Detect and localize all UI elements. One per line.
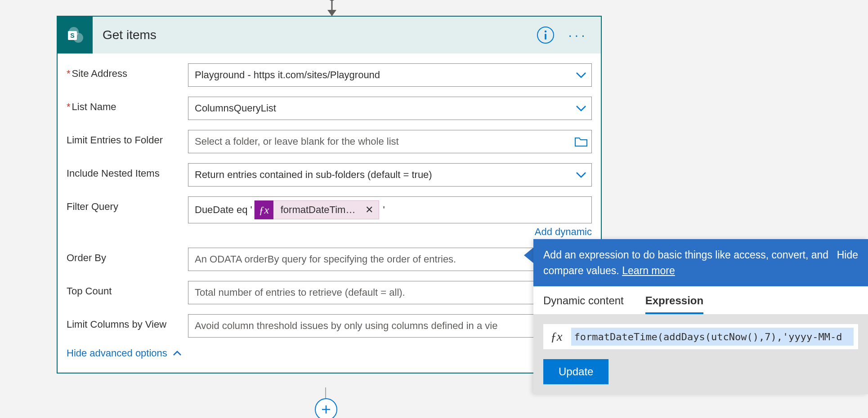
chevron-up-icon [173, 351, 182, 356]
svg-point-0 [329, 0, 335, 0]
limit-columns-label: Limit Columns by View [67, 314, 188, 330]
folder-icon[interactable] [574, 136, 588, 147]
svg-point-7 [545, 31, 546, 32]
list-name-label: *List Name [67, 97, 188, 113]
remove-token-button[interactable]: ✕ [360, 204, 379, 216]
filter-query-input[interactable]: DueDate eq ' ƒx formatDateTim… ✕ ' [188, 196, 592, 223]
limit-columns-input[interactable]: Avoid column threshold issues by only us… [188, 314, 592, 338]
update-button[interactable]: Update [543, 359, 608, 384]
info-button[interactable] [537, 27, 554, 44]
top-count-placeholder: Total number of entries to retrieve (def… [195, 287, 405, 298]
fx-icon: ƒx [548, 329, 565, 344]
expression-token-label: formatDateTim… [273, 204, 360, 216]
limit-folder-label: Limit Entries to Folder [67, 130, 188, 146]
limit-folder-input[interactable]: Select a folder, or leave blank for the … [188, 130, 592, 153]
site-address-value: Playground - https it.com/sites/Playgrou… [195, 69, 380, 81]
order-by-placeholder: An ODATA orderBy query for specifying th… [195, 253, 456, 265]
site-address-label: *Site Address [67, 63, 188, 80]
nested-items-dropdown[interactable]: Return entries contained in sub-folders … [188, 163, 592, 187]
add-step-button[interactable] [315, 398, 337, 418]
flyout-tabs: Dynamic content Expression [533, 286, 868, 314]
add-dynamic-content-link[interactable]: Add dynamic [535, 226, 592, 238]
nested-items-label: Include Nested Items [67, 163, 188, 179]
list-name-dropdown[interactable]: ColumnsQueryList [188, 97, 592, 120]
flyout-description: Add an expression to do basic things lik… [543, 249, 828, 276]
filter-query-suffix: ' [383, 204, 385, 216]
expression-input[interactable]: ƒx formatDateTime(addDays(utcNow(),7),'y… [543, 324, 858, 349]
nested-items-value: Return entries contained in sub-folders … [195, 169, 432, 181]
svg-text:S: S [70, 32, 74, 39]
hide-advanced-label: Hide advanced options [67, 347, 167, 359]
svg-marker-2 [327, 10, 336, 16]
hide-flyout-link[interactable]: Hide [837, 247, 858, 278]
site-address-dropdown[interactable]: Playground - https it.com/sites/Playgrou… [188, 63, 592, 87]
list-name-value: ColumnsQueryList [195, 102, 276, 114]
flow-arrow-icon [322, 0, 341, 17]
chevron-down-icon [574, 172, 588, 178]
expression-flyout: Add an expression to do basic things lik… [533, 239, 868, 394]
sharepoint-icon: S [58, 17, 93, 53]
more-button[interactable]: ··· [568, 27, 588, 44]
svg-rect-8 [545, 34, 546, 40]
learn-more-link[interactable]: Learn more [622, 265, 675, 276]
top-count-input[interactable]: Total number of entries to retrieve (def… [188, 281, 592, 304]
tab-expression[interactable]: Expression [645, 294, 703, 314]
flow-connector [325, 387, 326, 399]
top-count-label: Top Count [67, 281, 188, 297]
filter-query-label: Filter Query [67, 196, 188, 213]
fx-icon: ƒx [255, 200, 273, 219]
chevron-down-icon [574, 72, 588, 78]
limit-columns-placeholder: Avoid column threshold issues by only us… [195, 320, 497, 332]
hide-advanced-options-link[interactable]: Hide advanced options [67, 347, 592, 359]
get-items-card: S Get items ··· *Site Address Playground… [57, 16, 602, 374]
expression-text: formatDateTime(addDays(utcNow(),7),'yyyy… [571, 328, 854, 346]
order-by-label: Order By [67, 248, 188, 264]
tab-dynamic-content[interactable]: Dynamic content [543, 294, 624, 314]
filter-query-text: DueDate eq ' [195, 204, 252, 216]
card-title: Get items [103, 28, 537, 42]
flyout-header: Add an expression to do basic things lik… [533, 239, 868, 286]
limit-folder-placeholder: Select a folder, or leave blank for the … [195, 136, 399, 147]
card-header: S Get items ··· [58, 17, 601, 53]
flyout-pointer [524, 247, 534, 263]
expression-token[interactable]: ƒx formatDateTim… ✕ [254, 200, 380, 219]
chevron-down-icon [574, 105, 588, 111]
